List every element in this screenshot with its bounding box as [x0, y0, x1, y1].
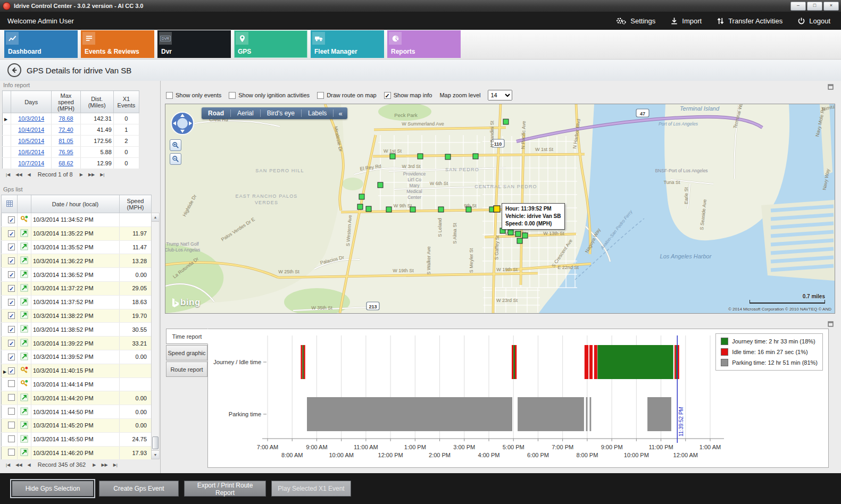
map-compass-icon[interactable] [170, 111, 195, 138]
pager-prev-page-button[interactable]: ◀◀ [14, 172, 23, 178]
gps-point-marker[interactable] [503, 119, 509, 124]
day-link[interactable]: 10/5/2014 [18, 138, 44, 144]
gps-point-marker[interactable] [466, 207, 471, 212]
gps-point-marker[interactable] [418, 154, 423, 159]
map-view-aerial[interactable]: Aerial [231, 110, 261, 117]
tab-dashboard[interactable]: Dashboard [4, 30, 78, 58]
gps-point-marker[interactable] [508, 230, 513, 235]
gps-row[interactable]: ✓10/3/2014 11:36:22 PM13.28 [2, 254, 152, 268]
row-checkbox[interactable] [8, 422, 15, 429]
row-checkbox[interactable]: ✓ [8, 285, 15, 292]
hide-gps-selection-button[interactable]: Hide Gps Selection [12, 481, 94, 497]
gps-point-marker[interactable] [378, 182, 383, 188]
pager-next-button[interactable]: ▶ [91, 462, 97, 468]
map-zoom-select[interactable]: 14 [488, 90, 512, 100]
day-link[interactable]: 10/6/2014 [18, 149, 44, 155]
column-header[interactable]: Speed (MPH) [120, 195, 152, 213]
max-speed-link[interactable]: 78.68 [59, 115, 73, 122]
gps-row[interactable]: 10/3/2014 11:44:20 PM0.00 [2, 391, 152, 405]
map-view-labels[interactable]: Labels [302, 110, 334, 117]
tab-reports[interactable]: Reports [387, 30, 461, 58]
row-checkbox[interactable]: ✓ [8, 367, 15, 374]
zoom-out-icon[interactable] [170, 153, 181, 165]
max-speed-link[interactable]: 76.95 [59, 149, 73, 155]
column-header[interactable]: Days [11, 91, 52, 113]
tab-gps[interactable]: GPS [234, 30, 307, 58]
gps-list-scrollbar[interactable]: ▲ ▼ [151, 213, 160, 459]
gps-row[interactable]: ✓10/3/2014 11:39:22 PM33.21 [2, 337, 152, 350]
tab-fleet-manager[interactable]: Fleet Manager [311, 30, 384, 58]
gps-point-marker[interactable] [366, 206, 371, 212]
row-checkbox[interactable] [8, 394, 15, 401]
gps-point-marker[interactable] [515, 231, 521, 237]
row-checkbox[interactable]: ✓ [8, 340, 15, 347]
gps-point-marker[interactable] [357, 204, 363, 209]
chart-tab-time-report[interactable]: Time report [166, 329, 208, 344]
tab-events-reviews[interactable]: Events & Reviews [81, 30, 154, 58]
row-checkbox[interactable]: ✓ [8, 299, 15, 306]
row-checkbox[interactable]: ✓ [8, 257, 15, 264]
logout-button[interactable]: Logout [797, 16, 830, 25]
play-selected-x1-event-button[interactable]: Play Selected X1 Event [271, 481, 351, 497]
gps-point-marker[interactable] [390, 154, 395, 159]
pager-first-button[interactable]: |◀ [4, 172, 12, 178]
gps-point-marker[interactable] [359, 194, 364, 199]
row-checkbox[interactable]: ✓ [8, 354, 15, 360]
column-header[interactable]: Max speed (MPH) [52, 91, 80, 113]
row-checkbox[interactable] [8, 408, 15, 415]
info-report-row[interactable]: 10/6/201476.955.880 [3, 147, 139, 158]
maximize-button[interactable]: □ [807, 2, 822, 11]
gps-row[interactable]: ✓10/3/2014 11:39:52 PM0.00 [2, 350, 152, 364]
pager-next-page-button[interactable]: ▶▶ [99, 462, 109, 468]
info-report-row[interactable]: 10/7/201468.6212.990 [3, 158, 139, 169]
pager-first-button[interactable]: |◀ [4, 462, 12, 468]
map[interactable]: 11047213 Peck ParkCrest RdW Summerland A… [165, 104, 835, 314]
back-button[interactable] [7, 63, 21, 77]
chart-tab-route-report[interactable]: Route report [166, 362, 207, 377]
gps-point-marker[interactable] [410, 207, 415, 212]
column-header[interactable]: X1 Events [113, 91, 139, 113]
max-speed-link[interactable]: 68.62 [59, 160, 73, 166]
option-checkbox[interactable] [317, 92, 324, 99]
row-checkbox[interactable]: ✓ [8, 243, 15, 250]
column-header[interactable]: Date / hour (local) [31, 195, 120, 213]
selected-gps-point-marker[interactable] [494, 206, 500, 212]
column-header[interactable]: Dist. (Miles) [80, 91, 113, 113]
gps-point-marker[interactable] [386, 207, 392, 212]
row-checkbox[interactable]: ✓ [8, 216, 15, 223]
max-speed-link[interactable]: 81.05 [59, 138, 73, 144]
pager-prev-page-button[interactable]: ◀◀ [14, 462, 23, 468]
gps-row[interactable]: 10/3/2014 11:46:20 PM17.93 [2, 446, 152, 460]
gps-point-marker[interactable] [522, 233, 528, 238]
close-button[interactable]: × [823, 2, 839, 11]
option-checkbox[interactable]: ✓ [384, 92, 391, 99]
info-report-row[interactable]: 10/5/201481.05172.562 [3, 136, 139, 147]
gps-row[interactable]: ✓10/3/2014 11:38:52 PM30.55 [2, 323, 152, 337]
scroll-up-icon[interactable]: ▲ [152, 213, 159, 222]
gps-row[interactable]: ✓10/3/2014 11:36:52 PM0.00 [2, 268, 152, 282]
minimize-button[interactable]: – [790, 2, 806, 11]
info-report-row[interactable]: 10/4/201472.4041.491 [3, 124, 139, 136]
row-checkbox[interactable] [8, 449, 15, 456]
row-checkbox[interactable] [8, 380, 15, 387]
collapse-nav-icon[interactable]: « [334, 110, 347, 117]
max-speed-link[interactable]: 72.40 [59, 127, 73, 133]
info-report-row[interactable]: ▶10/3/201478.68142.310 [3, 113, 139, 124]
gps-row[interactable]: ✓10/3/2014 11:35:52 PM11.47 [2, 240, 152, 254]
gps-row[interactable]: ✓10/3/2014 11:38:22 PM19.70 [2, 309, 152, 323]
gps-point-marker[interactable] [438, 207, 444, 212]
gps-point-marker[interactable] [473, 154, 478, 159]
day-link[interactable]: 10/7/2014 [18, 160, 44, 166]
map-view-bird-s-eye[interactable]: Bird's eye [261, 110, 302, 117]
row-checkbox[interactable]: ✓ [8, 271, 15, 278]
transfer-activities-button[interactable]: Transfer Activities [717, 16, 782, 25]
chart-tab-speed-graphic[interactable]: Speed graphic [166, 345, 207, 360]
day-link[interactable]: 10/4/2014 [18, 127, 44, 133]
gps-point-marker[interactable] [517, 238, 522, 243]
map-view-road[interactable]: Road [202, 110, 231, 117]
import-button[interactable]: Import [670, 16, 702, 25]
pager-last-button[interactable]: ▶| [98, 172, 106, 178]
pager-next-button[interactable]: ▶ [78, 172, 85, 178]
scrollbar-thumb[interactable] [152, 436, 159, 449]
tab-dvr[interactable]: DVRDvr [157, 30, 231, 58]
